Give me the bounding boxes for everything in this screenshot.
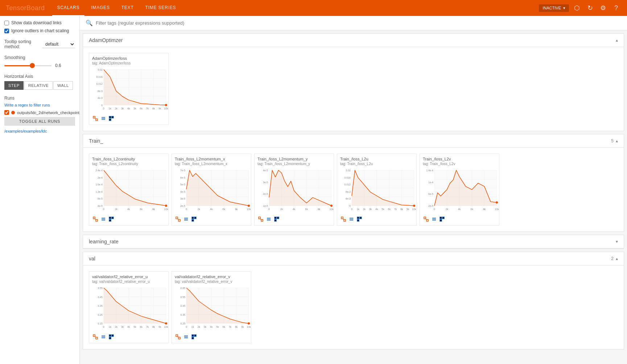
svg-rect-245 xyxy=(109,335,111,336)
svg-text:0.45: 0.45 xyxy=(180,305,185,307)
svg-text:2e-5: 2e-5 xyxy=(428,205,433,207)
data-btn-adam-0[interactable] xyxy=(100,115,107,123)
expand-btn-train-2[interactable] xyxy=(257,216,264,224)
options-btn-val-0[interactable] xyxy=(108,334,115,342)
charts-grid-val: val/validator/l2_relative_error_utag: va… xyxy=(86,268,621,346)
svg-text:8e-3: 8e-3 xyxy=(98,90,103,92)
svg-text:4e-5: 4e-5 xyxy=(263,169,268,172)
svg-text:0.02: 0.02 xyxy=(98,68,103,71)
axis-relative-btn[interactable]: RELATIVE xyxy=(24,81,53,90)
expand-btn-val-0[interactable] xyxy=(92,334,99,342)
section-header-train[interactable]: Train_5 ▴ xyxy=(83,134,624,148)
smoothing-section: Smoothing 0.6 xyxy=(4,55,75,68)
nav-images[interactable]: IMAGES xyxy=(86,0,115,16)
nav-time-series[interactable]: TIME SERIES xyxy=(140,0,181,16)
options-btn-train-0[interactable] xyxy=(108,216,115,224)
options-btn-train-1[interactable] xyxy=(191,216,197,224)
svg-text:9k: 9k xyxy=(407,208,409,210)
nav-text[interactable]: TEXT xyxy=(116,0,139,16)
settings-dark-icon[interactable]: ⬡ xyxy=(572,4,582,12)
data-btn-val-1[interactable] xyxy=(183,334,189,342)
svg-text:0: 0 xyxy=(268,208,270,210)
svg-text:0.65: 0.65 xyxy=(180,287,185,289)
section-count-val: 2 ▴ xyxy=(611,256,618,261)
chart-actions-train-0 xyxy=(89,214,168,225)
svg-text:0.15: 0.15 xyxy=(98,322,103,325)
chart-title-train-2: Train_/loss_L2momentum_y xyxy=(255,154,334,162)
svg-text:6k: 6k xyxy=(305,208,308,210)
collapse-icon-val: ▴ xyxy=(616,256,618,261)
app-logo: TensorBoard xyxy=(6,4,45,12)
data-btn-train-3[interactable] xyxy=(348,216,355,224)
svg-rect-72 xyxy=(109,219,111,221)
chart-title-train-1: Train_/loss_L2momentum_x xyxy=(172,154,251,162)
svg-point-260 xyxy=(248,322,250,325)
axis-buttons: STEP RELATIVE WALL xyxy=(4,81,75,90)
inactive-chevron: ▾ xyxy=(563,6,565,11)
ignore-outliers-checkbox[interactable]: Ignore outliers in chart scaling xyxy=(4,28,75,33)
svg-rect-64 xyxy=(93,217,95,219)
axis-wall-btn[interactable]: WALL xyxy=(53,81,73,90)
expand-btn-train-1[interactable] xyxy=(175,216,181,224)
collapse-icon-adam: ▴ xyxy=(616,38,618,43)
data-btn-train-2[interactable] xyxy=(265,216,272,224)
options-btn-train-3[interactable] xyxy=(356,216,363,224)
svg-text:8k: 8k xyxy=(152,107,155,110)
svg-rect-170 xyxy=(344,219,346,221)
options-btn-val-1[interactable] xyxy=(191,334,197,342)
data-btn-train-4[interactable] xyxy=(431,216,437,224)
help-icon[interactable]: ? xyxy=(611,4,621,12)
expand-btn-train-4[interactable] xyxy=(423,216,429,224)
svg-text:10k: 10k xyxy=(329,208,334,210)
examples-link[interactable]: /examples/examples/ldc xyxy=(4,129,47,133)
svg-text:10k: 10k xyxy=(247,326,251,328)
section-header-learning_rate[interactable]: learning_rate▾ xyxy=(83,235,624,248)
runs-section: Runs Write a regex to filter runs output… xyxy=(4,96,75,134)
data-btn-val-0[interactable] xyxy=(100,334,107,342)
svg-text:0.012: 0.012 xyxy=(96,83,103,85)
options-btn-train-2[interactable] xyxy=(273,216,280,224)
section-header-val[interactable]: val2 ▴ xyxy=(83,252,624,265)
run-checkbox[interactable] xyxy=(4,110,9,115)
svg-text:2k: 2k xyxy=(115,208,118,210)
chart-area-train-4: 1.4e-41e-46e-52e-5 02k4k6k8k10k xyxy=(420,167,499,214)
svg-text:2k: 2k xyxy=(446,208,449,210)
expand-btn-train-0[interactable] xyxy=(92,216,99,224)
svg-text:8k: 8k xyxy=(152,208,155,210)
svg-rect-65 xyxy=(96,219,98,221)
tooltip-sorting-select[interactable]: default ascending descending xyxy=(42,41,75,48)
section-header-adam[interactable]: AdamOptimzer▴ xyxy=(83,34,624,47)
axis-step-btn[interactable]: STEP xyxy=(4,81,24,90)
filter-input[interactable] xyxy=(96,20,621,26)
show-data-links-checkbox[interactable]: Show data download links xyxy=(4,20,75,25)
svg-text:6k: 6k xyxy=(222,326,225,328)
svg-text:0: 0 xyxy=(186,326,187,328)
expand-btn-train-3[interactable] xyxy=(340,216,347,224)
data-btn-train-1[interactable] xyxy=(183,216,189,224)
chart-title-adam-0: AdamOptimzer/loss xyxy=(89,53,168,61)
runs-filter-link[interactable]: Write a regex to filter runs xyxy=(4,103,75,107)
svg-rect-105 xyxy=(194,217,196,219)
svg-text:6k: 6k xyxy=(140,208,143,210)
nav-scalars[interactable]: SCALARS xyxy=(52,0,85,16)
toggle-runs-button[interactable]: TOGGLE ALL RUNS xyxy=(4,117,75,126)
svg-rect-138 xyxy=(275,219,276,221)
options-btn-train-4[interactable] xyxy=(439,216,445,224)
section-count-train: 5 ▴ xyxy=(611,138,618,143)
header-right: INACTIVE ▾ ⬡ ↻ ⚙ ? xyxy=(539,4,621,12)
main-nav: SCALARS IMAGES TEXT TIME SERIES xyxy=(52,0,532,16)
inactive-dropdown[interactable]: INACTIVE ▾ xyxy=(539,4,569,12)
expand-btn-adam-0[interactable] xyxy=(92,115,99,123)
ignore-outliers-input[interactable] xyxy=(4,29,9,33)
expand-btn-val-1[interactable] xyxy=(175,334,181,342)
options-btn-adam-0[interactable] xyxy=(108,115,115,123)
svg-rect-176 xyxy=(360,217,362,219)
section-train: Train_5 ▴Train_/loss_L2continuitytag: Tr… xyxy=(83,134,624,232)
svg-text:0: 0 xyxy=(434,208,435,210)
gear-icon[interactable]: ⚙ xyxy=(598,4,608,12)
svg-rect-240 xyxy=(96,337,98,339)
data-btn-train-0[interactable] xyxy=(100,216,107,224)
smoothing-slider[interactable] xyxy=(4,65,51,66)
show-data-links-input[interactable] xyxy=(4,21,9,25)
refresh-icon[interactable]: ↻ xyxy=(585,4,595,12)
